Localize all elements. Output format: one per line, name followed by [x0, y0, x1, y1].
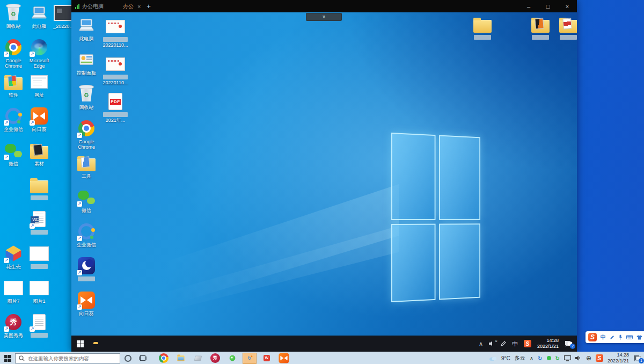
- remote-clock[interactable]: 14:28 2022/1/21: [537, 338, 559, 350]
- ime-icon[interactable]: ⊕: [586, 354, 591, 362]
- greenapp-taskbar-button[interactable]: [225, 353, 239, 364]
- wechat-desktop-icon[interactable]: ↗微信: [1, 141, 26, 175]
- chrome-desktop-icon[interactable]: ↗Google Chrome: [1, 38, 26, 72]
- icon-label: 网址: [34, 92, 44, 98]
- weather-icon[interactable]: [489, 355, 497, 361]
- explorer-taskbar-button[interactable]: [174, 353, 188, 364]
- meitu-desktop-icon[interactable]: 秀↗美图秀秀: [1, 312, 26, 347]
- host-taskbar-apps: 秀↻W: [157, 353, 291, 364]
- folder-desktop-icon[interactable]: [26, 175, 53, 209]
- sunflower-desktop-icon[interactable]: ↗向日葵: [26, 106, 53, 141]
- remote-time: 14:28: [537, 338, 559, 344]
- icon-label: [78, 276, 95, 281]
- pc-desktop-icon[interactable]: 此电脑: [73, 16, 100, 50]
- weather-condition[interactable]: 多云: [515, 354, 525, 362]
- photo-icon: [4, 278, 23, 297]
- hidden-icons-chevron[interactable]: ∧: [530, 355, 533, 361]
- pdf-desktop-icon[interactable]: 2021年...: [100, 92, 131, 129]
- notification-center-icon[interactable]: 2: [565, 340, 573, 347]
- taskbar-search-box[interactable]: [15, 353, 120, 363]
- minimize-button[interactable]: –: [519, 0, 538, 12]
- ime-chinese-indicator[interactable]: 中: [601, 333, 606, 341]
- muted-speaker-icon[interactable]: [489, 341, 495, 346]
- chrome-taskbar-button[interactable]: [104, 339, 114, 349]
- webpage-desktop-icon[interactable]: 网址: [26, 72, 53, 106]
- sogou-tray-icon[interactable]: S: [596, 354, 603, 362]
- chrome-icon: ↗: [4, 38, 23, 57]
- host-start-button[interactable]: [0, 352, 15, 364]
- folder-dark-desktop-icon[interactable]: 素材: [26, 141, 53, 175]
- remote-app-tray-icon[interactable]: ↻: [538, 355, 542, 361]
- word-icon: ↗: [30, 209, 49, 229]
- photo-blur2-desktop-icon[interactable]: [26, 244, 53, 278]
- weather-temperature[interactable]: 9°C: [501, 355, 510, 361]
- recycle-bin-desktop-icon[interactable]: ♻回收站: [73, 84, 100, 119]
- ime-indicator[interactable]: 中: [512, 340, 518, 348]
- photo-desktop-icon[interactable]: 图片7: [1, 278, 26, 312]
- cortana-button[interactable]: [120, 352, 135, 364]
- wps-taskbar-button[interactable]: W: [260, 353, 274, 364]
- display-icon[interactable]: [564, 355, 571, 361]
- icon-label: [31, 333, 48, 338]
- wxwork-desktop-icon[interactable]: ↗企业微信: [1, 106, 26, 141]
- photo-blur-icon: [30, 278, 49, 297]
- word-desktop-icon[interactable]: ↗: [26, 209, 53, 244]
- pc-desktop-icon[interactable]: 此电脑: [26, 3, 53, 38]
- remote-taskbar-button[interactable]: ↻: [243, 353, 257, 364]
- keyboard-icon[interactable]: [626, 335, 633, 339]
- windows-logo-wallpaper: [391, 133, 480, 302]
- recycle-bin-desktop-icon[interactable]: ♻回收站: [1, 3, 26, 38]
- edge-desktop-icon[interactable]: ↗Microsoft Edge: [26, 38, 53, 72]
- tab-close-icon[interactable]: ×: [137, 3, 141, 10]
- refresh-green-icon[interactable]: ↻: [555, 355, 560, 361]
- speaker-icon[interactable]: [575, 355, 582, 361]
- chrome-desktop-icon[interactable]: ↗Google Chrome: [73, 119, 100, 153]
- control-panel-desktop-icon[interactable]: 控制面板: [73, 50, 100, 84]
- sunflower-taskbar-button[interactable]: [277, 353, 291, 364]
- meitu-taskbar-button[interactable]: 秀: [208, 353, 222, 364]
- shortcut-arrow-icon: ↗: [77, 201, 82, 207]
- empty-slot: [1, 209, 26, 244]
- chrome-taskbar-button[interactable]: [157, 353, 171, 364]
- search-input[interactable]: [28, 355, 108, 361]
- handwriting-pen-icon[interactable]: [610, 335, 614, 340]
- icon-label: 企业微信: [77, 242, 96, 247]
- folder-red-desktop-icon[interactable]: [554, 14, 577, 49]
- sunflower-desktop-icon[interactable]: ↗向日葵: [73, 290, 100, 325]
- wechat-desktop-icon[interactable]: ↗微信: [73, 187, 100, 222]
- photo-blur-desktop-icon[interactable]: 图片1: [26, 278, 53, 312]
- folder-soft-icon: [4, 72, 23, 91]
- folder-orange-desktop-icon[interactable]: [526, 14, 554, 49]
- task-view-button[interactable]: [135, 352, 150, 364]
- folder-soft-desktop-icon[interactable]: 软件: [1, 72, 26, 106]
- cube-desktop-icon[interactable]: ↗花生壳: [1, 244, 26, 278]
- skin-shirt-icon[interactable]: [636, 335, 642, 340]
- folder-desktop-icon[interactable]: [469, 14, 496, 49]
- sogou-logo-icon[interactable]: S: [588, 333, 597, 341]
- pen-icon[interactable]: [501, 341, 506, 346]
- connection-status: 办公电脑: [71, 3, 104, 10]
- start-button[interactable]: [77, 340, 84, 347]
- blueapp-icon: ↗: [77, 256, 96, 275]
- icon-label: 企业微信: [4, 127, 23, 132]
- host-clock[interactable]: 14:28 2022/1/21: [608, 352, 629, 364]
- tools-folder-desktop-icon[interactable]: 工具: [73, 153, 100, 187]
- wxwork-desktop-icon[interactable]: ↗企业微信: [73, 222, 100, 256]
- textdoc-desktop-icon[interactable]: ↗: [26, 312, 53, 347]
- notification-center-icon[interactable]: 1: [633, 355, 641, 362]
- remote-toolbar-collapsed[interactable]: ∨: [306, 13, 342, 21]
- doc3d-taskbar-button[interactable]: [191, 353, 205, 364]
- session-tab[interactable]: 办公 ×: [119, 0, 145, 12]
- close-button[interactable]: ×: [558, 0, 577, 12]
- sogou-tray-icon[interactable]: S: [524, 340, 531, 347]
- maximize-button[interactable]: □: [538, 0, 558, 12]
- photo-blur2-icon: [30, 244, 49, 263]
- microphone-icon[interactable]: [618, 334, 623, 340]
- screenshot-desktop-icon[interactable]: 20220110...: [100, 54, 131, 92]
- screenshot-icon: [106, 54, 125, 74]
- new-tab-button[interactable]: +: [142, 0, 155, 12]
- hidden-icons-chevron[interactable]: ∧: [479, 340, 483, 347]
- blueapp-desktop-icon[interactable]: ↗: [73, 256, 100, 290]
- screenshot-desktop-icon[interactable]: 20220110...: [100, 17, 131, 54]
- green-status-icon[interactable]: [547, 356, 551, 360]
